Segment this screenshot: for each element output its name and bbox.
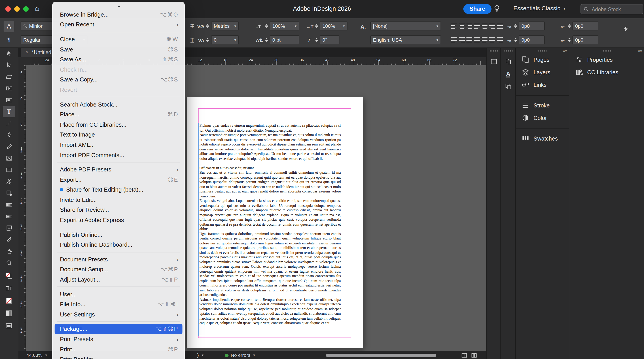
page-navigation-fragment[interactable]: ) ▼ <box>197 351 204 359</box>
menu-item-user[interactable]: User... <box>52 289 185 299</box>
window-minimize-button[interactable] <box>14 6 20 12</box>
horizontal-scale-field[interactable]: 100%▾ <box>320 22 348 31</box>
dock-drag-handle[interactable] <box>486 48 501 54</box>
right-indent-field[interactable]: 0p0 <box>572 22 598 31</box>
menu-item-save-as[interactable]: Save As...⇧⌘S <box>52 54 185 65</box>
window-zoom-button[interactable] <box>23 6 28 12</box>
menu-item-browse-in-bridge[interactable]: Browse in Bridge...⌥⌘O <box>52 10 185 20</box>
menu-item-export[interactable]: Export...⌘E <box>52 175 185 185</box>
ruler-origin-corner[interactable] <box>18 57 26 65</box>
last-line-center-button[interactable] <box>489 36 496 44</box>
menu-scroll-up-icon[interactable]: › <box>52 3 185 10</box>
workspace-switcher[interactable]: Essentials Classic ▾ <box>514 5 566 12</box>
menu-item-text-to-image[interactable]: Text to Image <box>52 130 185 140</box>
adobe-stock-search[interactable] <box>580 4 643 14</box>
preflight-status[interactable]: No errors ▼ <box>225 351 256 359</box>
menu-item-publish-online-dashboard[interactable]: Publish Online Dashboard... <box>52 240 185 250</box>
tracking-combo[interactable]: 0▾ <box>211 35 239 44</box>
window-close-button[interactable] <box>5 6 11 12</box>
menu-item-invite-to-edit[interactable]: Invite to Edit... <box>52 195 185 205</box>
dock-drag-handle[interactable] <box>516 48 569 54</box>
tracking-stepper[interactable] <box>205 35 210 44</box>
align-away-from-spine-button[interactable] <box>458 36 465 44</box>
quick-apply-icon[interactable] <box>622 26 629 34</box>
menu-item-save-a-copy[interactable]: Save a Copy...⌥⌘S <box>52 75 185 85</box>
align-towards-spine-button[interactable] <box>451 36 458 44</box>
screen-mode-button[interactable] <box>3 320 15 331</box>
language-combo[interactable]: English: USA▾ <box>370 35 441 44</box>
menu-item-adobe-pdf-presets[interactable]: Adobe PDF Presets› <box>52 165 185 175</box>
hand-tool[interactable] <box>3 246 15 257</box>
collapsed-panel-stack-icon[interactable] <box>503 82 513 91</box>
menu-item-place[interactable]: Place...⌘D <box>52 109 185 120</box>
dock-drag-handle[interactable] <box>569 48 644 54</box>
panel-button-stroke[interactable]: Stroke <box>516 99 569 112</box>
panel-button-cc-libraries[interactable]: CC Libraries <box>569 66 644 79</box>
direct-selection-tool[interactable] <box>3 60 15 71</box>
zoom-tool[interactable] <box>3 257 15 269</box>
menu-item-package[interactable]: Package...⌥⇧⌘P <box>54 324 182 334</box>
menu-item-import-xml[interactable]: Import XML... <box>52 140 185 150</box>
spread-view-icon[interactable] <box>471 352 477 358</box>
justify-last-center-button[interactable] <box>481 22 488 30</box>
skew-field[interactable]: 0° <box>320 35 340 44</box>
kerning-combo[interactable]: Metrics▾ <box>211 22 239 31</box>
content-collector-tool[interactable] <box>3 95 15 106</box>
collapse-dock-icon[interactable]: «» <box>638 48 642 53</box>
dock-drag-handle[interactable] <box>501 48 516 54</box>
character-formatting-toggle[interactable]: A <box>4 21 14 32</box>
fill-stroke-swatches[interactable] <box>3 270 15 281</box>
collapsed-panel-pages-icon[interactable] <box>503 56 513 66</box>
justify-all-button[interactable] <box>496 22 503 30</box>
skew-stepper[interactable] <box>314 35 319 44</box>
character-style-combo[interactable]: [None]▾ <box>370 22 441 31</box>
rectangle-frame-tool[interactable] <box>3 153 15 164</box>
last-line-left-button[interactable] <box>481 36 488 44</box>
last-line-indent-stepper[interactable] <box>567 35 572 44</box>
menu-item-file-info[interactable]: File Info...⌥⇧⌘I <box>52 299 185 309</box>
menu-item-place-from-cc-libraries[interactable]: Place from CC Libraries... <box>52 120 185 130</box>
menu-item-search-adobe-stock[interactable]: Search Adobe Stock... <box>52 99 185 109</box>
menu-item-close[interactable]: Close⌘W <box>52 34 185 44</box>
home-icon[interactable]: ⌂ <box>35 4 40 13</box>
justify-last-left-button[interactable] <box>474 22 480 30</box>
justify-away-from-spine-button[interactable] <box>474 36 480 44</box>
gap-tool[interactable] <box>3 83 15 94</box>
menu-item-print-presets[interactable]: Print Presets› <box>52 334 185 344</box>
rectangle-tool[interactable] <box>3 164 15 175</box>
menu-item-check-in[interactable]: Check In... <box>52 65 185 75</box>
underline-button[interactable]: T <box>188 35 196 44</box>
eyedropper-tool[interactable] <box>3 234 15 245</box>
pages-view-icon[interactable] <box>461 352 467 358</box>
collapsed-panel-character-icon[interactable]: A <box>503 69 513 79</box>
horizontal-scale-stepper[interactable] <box>314 22 319 31</box>
panel-button-color[interactable]: Color <box>516 112 569 124</box>
zoom-level-dropdown[interactable]: 44.63% ▼ <box>26 351 48 359</box>
lightbulb-icon[interactable] <box>493 5 501 13</box>
first-line-indent-stepper[interactable] <box>514 35 518 44</box>
panel-button-properties[interactable]: Properties <box>569 54 644 66</box>
free-transform-tool[interactable] <box>3 188 15 199</box>
share-button[interactable]: Share <box>463 4 492 14</box>
gradient-swatch-tool[interactable] <box>3 199 15 210</box>
expand-panel-icon[interactable] <box>489 56 499 66</box>
collapse-dock-icon[interactable]: «» <box>562 48 567 53</box>
menu-item-share-for-text-editing-beta[interactable]: Share for Text Editing (beta)... <box>52 185 185 195</box>
apply-none-button[interactable] <box>3 295 15 306</box>
panel-button-links[interactable]: Links <box>516 79 569 91</box>
menu-item-publish-online[interactable]: Publish Online... <box>52 230 185 240</box>
selection-tool[interactable] <box>3 48 15 59</box>
left-indent-stepper[interactable] <box>514 22 518 31</box>
menu-item-document-setup[interactable]: Document Setup...⌥⌘P <box>52 264 185 274</box>
text-frame[interactable]: Ficimus quas endae re etureru mquatenimi… <box>198 123 342 336</box>
line-tool[interactable] <box>3 118 15 129</box>
tab-close-icon[interactable]: × <box>26 49 28 56</box>
menu-item-share-for-review[interactable]: Share for Review... <box>52 205 185 215</box>
last-line-right-button[interactable] <box>496 36 503 44</box>
strikethrough-button[interactable]: T <box>188 22 196 31</box>
menu-item-save[interactable]: Save⌘S <box>52 44 185 54</box>
menu-item-document-presets[interactable]: Document Presets› <box>52 254 185 264</box>
panel-button-pages[interactable]: Pages <box>516 54 569 66</box>
vertical-scale-field[interactable]: 100%▾ <box>270 22 299 31</box>
formatting-affects-toggle[interactable] <box>3 283 15 294</box>
